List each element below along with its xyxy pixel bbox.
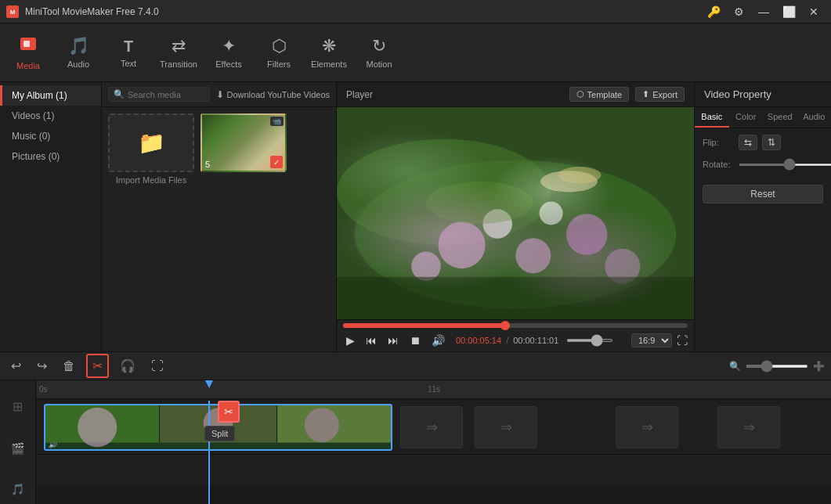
tool-effects-label: Effects: [215, 59, 241, 69]
tool-transition-label: Transition: [160, 59, 197, 69]
restore-button[interactable]: ⬜: [778, 4, 800, 20]
titlebar: M MiniTool MovieMaker Free 7.4.0 🔑 ⚙ — ⬜…: [0, 0, 831, 23]
import-media-label: Import Media Files: [116, 175, 186, 185]
volume-button[interactable]: 🔊: [428, 333, 448, 348]
sidebar-item-music[interactable]: Music (0): [0, 126, 101, 146]
sidebar-item-album[interactable]: My Album (1): [0, 85, 101, 106]
prev-frame-button[interactable]: ⏮: [363, 333, 380, 348]
transition-slot-2[interactable]: ⇒: [475, 406, 537, 448]
svg-point-7: [439, 221, 486, 268]
delete-button[interactable]: 🗑: [58, 356, 80, 376]
split-indicator[interactable]: ✂: [218, 401, 240, 423]
flip-row: Flip: ⇆ ⇅: [703, 135, 823, 150]
app-title: MiniTool MovieMaker Free 7.4.0: [25, 6, 696, 17]
split-button[interactable]: ✂: [86, 354, 109, 378]
svg-point-14: [426, 182, 533, 224]
download-icon: ⬇: [216, 89, 224, 100]
export-button[interactable]: ⬆ Export: [635, 87, 685, 102]
import-media-button[interactable]: 📁: [108, 113, 194, 172]
tool-text[interactable]: T Text: [103, 26, 154, 79]
flip-vertical-button[interactable]: ⇅: [762, 135, 781, 150]
tab-speed-label: Speed: [768, 112, 793, 121]
template-label: Template: [587, 90, 623, 99]
flip-label: Flip:: [703, 138, 734, 147]
svg-point-25: [305, 408, 339, 442]
search-input[interactable]: [128, 90, 204, 99]
ruler-mark-11s: 11s: [428, 385, 440, 394]
timeline-right: 0s 11s: [36, 380, 831, 504]
transition-arrow-2: ⇒: [500, 419, 512, 436]
transition-icon: ⇄: [172, 36, 186, 56]
tool-filters[interactable]: ⬡ Filters: [254, 26, 304, 79]
player-label: Player: [346, 89, 373, 100]
player-header-buttons: ⬡ Template ⬆ Export: [569, 87, 685, 102]
transition-slot-3[interactable]: ⇒: [616, 406, 678, 448]
svg-text:M: M: [10, 9, 16, 16]
tool-motion[interactable]: ↻ Motion: [354, 26, 404, 79]
progress-bar[interactable]: [343, 323, 688, 328]
template-button[interactable]: ⬡ Template: [569, 87, 630, 102]
play-button[interactable]: ▶: [343, 333, 358, 348]
settings-button[interactable]: ⚙: [728, 4, 750, 20]
zoom-slider[interactable]: [746, 365, 808, 368]
transition-slot-4[interactable]: ⇒: [717, 406, 780, 448]
rotate-slider[interactable]: [739, 164, 831, 166]
media-thumb-video[interactable]: 5 ✓ 📹: [201, 113, 287, 172]
tool-media[interactable]: Media: [3, 26, 53, 79]
tab-speed[interactable]: Speed: [763, 107, 797, 128]
svg-point-16: [558, 167, 602, 184]
media-thumb-number: 5: [205, 160, 210, 169]
transition-arrow-4: ⇒: [743, 419, 755, 436]
zoom-out-icon: 🔍: [729, 361, 741, 372]
media-toolbar: 🔍 ⬇ Download YouTube Videos: [102, 82, 336, 107]
aspect-ratio-select[interactable]: 16:9 4:3 1:1: [631, 333, 672, 347]
download-youtube-button[interactable]: ⬇ Download YouTube Videos: [216, 89, 331, 100]
current-time: 00:00:05:14: [456, 336, 501, 345]
add-track-icon[interactable]: ⊞: [13, 399, 23, 414]
close-button[interactable]: ✕: [803, 4, 825, 20]
tab-basic[interactable]: Basic: [695, 107, 729, 128]
tab-color[interactable]: Color: [729, 107, 764, 128]
stop-button[interactable]: ⏹: [406, 333, 424, 348]
zoom-control: 🔍 ➕: [729, 361, 825, 372]
minimize-button[interactable]: 🔑: [703, 4, 724, 20]
redo-button[interactable]: ↪: [32, 355, 52, 376]
tool-transition[interactable]: ⇄ Transition: [154, 26, 204, 79]
tab-audio[interactable]: Audio: [797, 107, 832, 128]
sidebar-item-pictures[interactable]: Pictures (0): [0, 146, 101, 167]
video-preview: [337, 107, 694, 319]
sidebar-videos-label: Videos (1): [12, 110, 54, 121]
sidebar-music-label: Music (0): [12, 131, 50, 142]
flip-horizontal-button[interactable]: ⇆: [739, 135, 757, 150]
svg-point-9: [566, 214, 608, 255]
svg-rect-4: [337, 107, 694, 319]
media-grid: 📁 Import Media Files 5 ✓ 📹: [102, 107, 336, 351]
search-box[interactable]: 🔍: [108, 87, 210, 102]
timeline-ruler: 0s 11s: [36, 380, 831, 399]
audio-button[interactable]: 🎧: [115, 355, 140, 376]
tab-audio-label: Audio: [803, 112, 825, 121]
volume-slider[interactable]: [566, 339, 613, 342]
tool-elements[interactable]: ❋ Elements: [304, 26, 354, 79]
tool-audio[interactable]: 🎵 Audio: [53, 26, 103, 79]
fullscreen-button[interactable]: ⛶: [677, 334, 688, 347]
rotate-row: Rotate: 0°: [703, 160, 823, 169]
video-track-icon[interactable]: 🎬: [11, 442, 24, 455]
tool-effects[interactable]: ✦ Effects: [204, 26, 254, 79]
media-icon: [19, 34, 38, 58]
transition-slot-1[interactable]: ⇒: [400, 406, 463, 448]
minimize-window-button[interactable]: —: [753, 4, 775, 20]
sidebar-item-videos[interactable]: Videos (1): [0, 106, 101, 126]
folder-icon: 📁: [138, 130, 165, 156]
reset-button[interactable]: Reset: [703, 185, 823, 203]
crop-button[interactable]: ⛶: [146, 356, 168, 376]
controls-row: ▶ ⏮ ⏭ ⏹ 🔊 00:00:05:14 / 00:00:11:01 16:9…: [343, 333, 688, 348]
audio-track-icon[interactable]: 🎵: [11, 483, 24, 495]
rotate-label: Rotate:: [703, 160, 734, 169]
property-content: Flip: ⇆ ⇅ Rotate: 0° Reset: [695, 128, 831, 351]
next-frame-button[interactable]: ⏭: [385, 333, 402, 348]
elements-icon: ❋: [322, 36, 336, 56]
undo-button[interactable]: ↩: [6, 355, 26, 376]
main-toolbar: Media 🎵 Audio T Text ⇄ Transition ✦ Effe…: [0, 23, 831, 82]
svg-point-5: [355, 160, 676, 309]
